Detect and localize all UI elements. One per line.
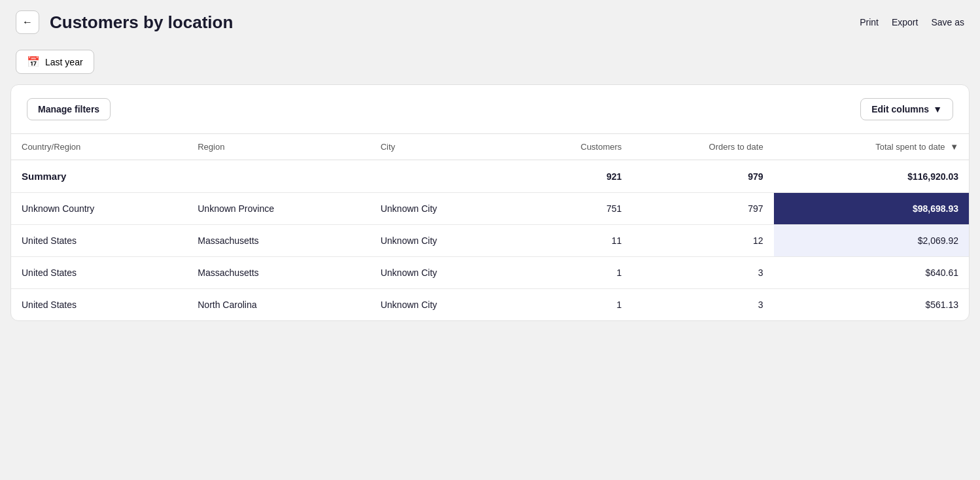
sort-icon: ▼ xyxy=(950,142,958,152)
data-table: Country/Region Region City Customers Ord… xyxy=(11,133,969,320)
date-filter-button[interactable]: 📅 Last year xyxy=(16,50,94,74)
table-row: United States Massachusetts Unknown City… xyxy=(11,225,969,257)
row-customers: 751 xyxy=(516,193,632,225)
row-city: Unknown City xyxy=(370,257,516,289)
row-orders: 797 xyxy=(632,193,773,225)
col-header-customers: Customers xyxy=(516,134,632,160)
row-region: Massachusetts xyxy=(187,225,370,257)
row-orders: 12 xyxy=(632,225,773,257)
back-button[interactable]: ← xyxy=(16,10,39,34)
filter-bar: 📅 Last year xyxy=(0,44,980,84)
row-country: Unknown Country xyxy=(11,193,187,225)
row-total: $98,698.93 xyxy=(774,193,969,225)
row-customers: 11 xyxy=(516,225,632,257)
row-city: Unknown City xyxy=(370,289,516,321)
page-header: ← Customers by location Print Export Sav… xyxy=(0,0,980,44)
row-total: $640.61 xyxy=(774,257,969,289)
col-header-total[interactable]: Total spent to date ▼ xyxy=(774,134,969,160)
col-header-orders: Orders to date xyxy=(632,134,773,160)
table-wrap: Country/Region Region City Customers Ord… xyxy=(11,133,969,320)
edit-columns-button[interactable]: Edit columns ▼ xyxy=(860,98,953,120)
row-total: $2,069.92 xyxy=(774,225,969,257)
table-header-row: Country/Region Region City Customers Ord… xyxy=(11,134,969,160)
dropdown-icon: ▼ xyxy=(933,104,942,114)
col-header-country: Country/Region xyxy=(11,134,187,160)
row-customers: 1 xyxy=(516,289,632,321)
row-orders: 3 xyxy=(632,257,773,289)
row-region: Massachusetts xyxy=(187,257,370,289)
row-country: United States xyxy=(11,257,187,289)
header-actions: Print Export Save as xyxy=(860,17,964,27)
page-title: Customers by location xyxy=(50,12,233,33)
back-icon: ← xyxy=(22,16,33,28)
row-region: Unknown Province xyxy=(187,193,370,225)
calendar-icon: 📅 xyxy=(27,56,40,68)
export-button[interactable]: Export xyxy=(892,17,918,27)
header-left: ← Customers by location xyxy=(16,10,233,34)
table-row: United States Massachusetts Unknown City… xyxy=(11,257,969,289)
col-total-label: Total spent to date xyxy=(875,142,945,152)
save-as-button[interactable]: Save as xyxy=(931,17,964,27)
col-header-region: Region xyxy=(187,134,370,160)
summary-customers: 921 xyxy=(516,160,632,193)
table-row: Unknown Country Unknown Province Unknown… xyxy=(11,193,969,225)
col-header-city: City xyxy=(370,134,516,160)
manage-filters-button[interactable]: Manage filters xyxy=(27,98,111,120)
summary-orders: 979 xyxy=(632,160,773,193)
main-card: Manage filters Edit columns ▼ Country/Re… xyxy=(10,84,970,321)
edit-columns-label: Edit columns xyxy=(871,104,929,114)
row-total: $561.13 xyxy=(774,289,969,321)
summary-total: $116,920.03 xyxy=(774,160,969,193)
print-button[interactable]: Print xyxy=(860,17,879,27)
row-city: Unknown City xyxy=(370,225,516,257)
table-row: United States North Carolina Unknown Cit… xyxy=(11,289,969,321)
row-region: North Carolina xyxy=(187,289,370,321)
row-country: United States xyxy=(11,289,187,321)
date-filter-label: Last year xyxy=(45,57,83,67)
row-city: Unknown City xyxy=(370,193,516,225)
row-customers: 1 xyxy=(516,257,632,289)
summary-label: Summary xyxy=(11,160,187,193)
row-orders: 3 xyxy=(632,289,773,321)
summary-row: Summary 921 979 $116,920.03 xyxy=(11,160,969,193)
toolbar: Manage filters Edit columns ▼ xyxy=(11,85,969,133)
row-country: United States xyxy=(11,225,187,257)
